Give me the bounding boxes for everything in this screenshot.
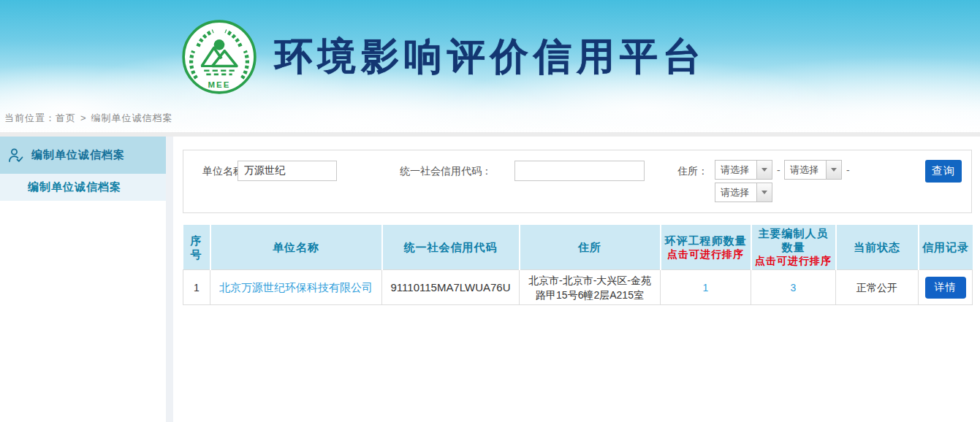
svg-text:MEE: MEE [208, 80, 230, 88]
engineer-sort-hint[interactable]: 点击可进行排序 [664, 248, 748, 261]
page-title: 环境影响评价信用平台 [275, 31, 706, 83]
chevron-down-icon[interactable] [756, 183, 772, 202]
main-content: 单位名称： 统一社会信用代码： 住所： 请选择 - 请选择 - 请选择 [173, 137, 980, 422]
breadcrumb-prefix: 当前位置： [4, 112, 56, 123]
cell-seq: 1 [183, 270, 210, 305]
residence-dash-1: - [777, 164, 780, 176]
sidebar-item-label: 编制单位诚信档案 [28, 180, 121, 194]
table-header-row: 序号 单位名称 统一社会信用代码 住所 环评工程师数量 点击可进行排序 主要编制… [183, 225, 973, 270]
residence-dash-2: - [846, 164, 850, 176]
staff-count-header: 主要编制人员数量 [759, 227, 829, 253]
staff-count-link[interactable]: 3 [791, 282, 797, 294]
breadcrumb-separator: > [80, 112, 87, 123]
table-row: 1 北京万源世纪环保科技有限公司 91110115MA7LWUA76U 北京市-… [183, 270, 973, 305]
unit-name-link[interactable]: 北京万源世纪环保科技有限公司 [219, 281, 373, 294]
query-button[interactable]: 查询 [925, 160, 962, 183]
residence-district-select[interactable]: 请选择 [715, 183, 772, 202]
col-seq: 序号 [183, 225, 210, 270]
col-engineer-count-sortable[interactable]: 环评工程师数量 点击可进行排序 [661, 225, 751, 270]
residence-province-value: 请选择 [715, 161, 756, 179]
col-staff-count-sortable[interactable]: 主要编制人员数量 点击可进行排序 [751, 225, 836, 270]
residence-city-value: 请选择 [785, 161, 826, 179]
staff-sort-hint[interactable]: 点击可进行排序 [755, 254, 832, 268]
col-credit-code: 统一社会信用代码 [382, 225, 520, 270]
residence-label: 住所： [666, 161, 708, 181]
col-status: 当前状态 [836, 225, 919, 270]
results-table: 序号 单位名称 统一社会信用代码 住所 环评工程师数量 点击可进行排序 主要编制… [183, 225, 973, 305]
sidebar-section-label: 编制单位诚信档案 [31, 148, 125, 162]
status-value: 正常公开 [836, 270, 919, 305]
breadcrumb-current: 编制单位诚信档案 [91, 112, 173, 123]
page: MEE 环境影响评价信用平台 当前位置：首页>编制单位诚信档案 编制单位诚信档案… [0, 0, 980, 422]
col-residence: 住所 [520, 225, 661, 270]
chevron-down-icon[interactable] [756, 161, 772, 179]
residence-value: 北京市-北京市-大兴区-金苑路甲15号6幢2层A215室 [520, 270, 661, 305]
credit-code-value: 91110115MA7LWUA76U [391, 281, 511, 294]
credit-code-input[interactable] [514, 161, 645, 181]
col-credit-record: 信用记录 [919, 225, 973, 270]
credit-code-label: 统一社会信用代码： [381, 161, 492, 181]
user-check-icon [7, 147, 25, 164]
sidebar: 编制单位诚信档案 编制单位诚信档案 [0, 137, 166, 422]
site-header: MEE 环境影响评价信用平台 当前位置：首页>编制单位诚信档案 [0, 0, 980, 132]
residence-province-select[interactable]: 请选择 [715, 160, 772, 180]
unit-name-input[interactable] [238, 161, 337, 181]
sidebar-section-credit-archive[interactable]: 编制单位诚信档案 [0, 137, 166, 174]
engineer-count-header: 环评工程师数量 [665, 234, 747, 247]
chevron-down-icon[interactable] [826, 161, 841, 179]
col-unit-name: 单位名称 [210, 225, 382, 270]
detail-button[interactable]: 详情 [925, 277, 966, 299]
residence-district-value: 请选择 [715, 183, 756, 202]
sidebar-item-credit-archive[interactable]: 编制单位诚信档案 [0, 174, 166, 201]
residence-city-select[interactable]: 请选择 [784, 160, 842, 180]
engineer-count-link[interactable]: 1 [703, 282, 709, 294]
mee-logo-icon: MEE [181, 19, 257, 95]
search-panel: 单位名称： 统一社会信用代码： 住所： 请选择 - 请选择 - 请选择 [183, 150, 972, 213]
breadcrumb-home-link[interactable]: 首页 [56, 112, 76, 123]
sidebar-divider [166, 137, 173, 422]
breadcrumb: 当前位置：首页>编制单位诚信档案 [4, 112, 173, 125]
